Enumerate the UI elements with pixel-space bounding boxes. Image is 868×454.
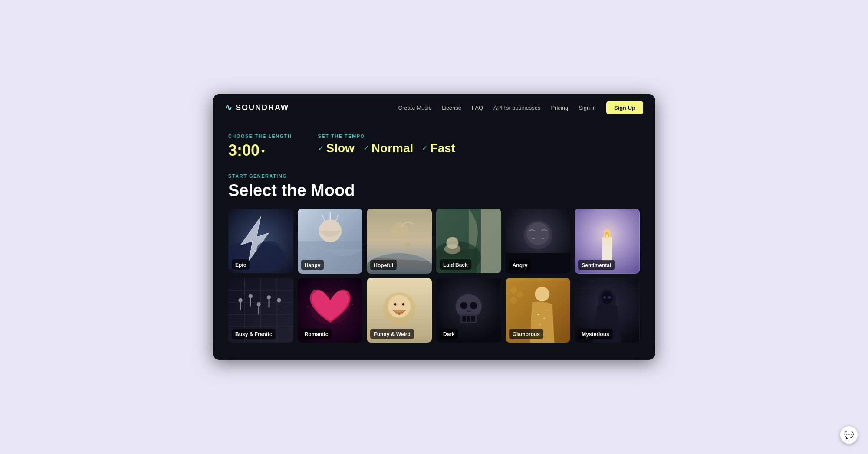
mood-funny-label: Funny & Weird — [374, 331, 410, 337]
chat-button[interactable]: 💬 — [840, 426, 858, 444]
svg-point-80 — [539, 324, 541, 325]
mood-card-laidback[interactable]: Laid Back — [436, 209, 501, 274]
svg-point-19 — [444, 244, 460, 254]
tempo-fast-label: Fast — [430, 141, 455, 155]
navbar: ∿ SOUNDRAW Create Music License FAQ API … — [213, 94, 655, 121]
app-container: ∿ SOUNDRAW Create Music License FAQ API … — [213, 94, 655, 360]
mood-busy-label: Busy & Frantic — [235, 331, 272, 337]
svg-point-45 — [249, 294, 253, 298]
svg-point-48 — [277, 298, 281, 302]
mood-sentimental-label-wrap: Sentimental — [578, 260, 615, 270]
mood-funny-label-wrap: Funny & Weird — [370, 329, 414, 339]
check-icon-slow: ✓ — [318, 144, 324, 152]
nav-faq[interactable]: FAQ — [472, 105, 483, 111]
svg-point-79 — [543, 317, 545, 319]
mood-card-romantic[interactable]: Romantic — [298, 278, 363, 343]
svg-point-44 — [238, 298, 242, 302]
main-content: CHOOSE THE LENGTH 3:00 ▾ SET THE TEMPO ✓… — [213, 121, 655, 351]
mood-mysterious-label: Mysterious — [582, 331, 609, 337]
mood-epic-label: Epic — [235, 262, 246, 268]
svg-point-34 — [596, 228, 598, 229]
length-control: CHOOSE THE LENGTH 3:00 ▾ — [228, 134, 292, 160]
mood-sentimental-label: Sentimental — [582, 262, 611, 268]
logo-text: SOUNDRAW — [236, 103, 289, 112]
controls-row: CHOOSE THE LENGTH 3:00 ▾ SET THE TEMPO ✓… — [228, 134, 640, 160]
svg-point-58 — [307, 306, 308, 307]
svg-point-32 — [605, 222, 606, 223]
tempo-fast[interactable]: ✓ Fast — [422, 141, 455, 155]
mood-epic-label-wrap: Epic — [232, 259, 250, 270]
mood-card-dark[interactable]: Dark — [436, 278, 501, 343]
svg-point-70 — [460, 302, 467, 309]
svg-point-85 — [602, 291, 613, 304]
mood-glamorous-label-wrap: Glamorous — [509, 329, 543, 339]
svg-rect-74 — [471, 315, 475, 321]
mood-dark-label: Dark — [443, 331, 455, 337]
tempo-options: ✓ Slow ✓ Normal ✓ Fast — [318, 141, 455, 155]
tempo-normal[interactable]: ✓ Normal — [363, 141, 413, 155]
svg-point-59 — [352, 304, 353, 304]
svg-point-46 — [256, 302, 260, 306]
svg-point-57 — [346, 291, 347, 293]
mood-happy-label-wrap: Happy — [301, 260, 324, 270]
signup-button[interactable]: Sign Up — [606, 101, 643, 114]
svg-point-55 — [310, 292, 351, 324]
svg-rect-72 — [462, 315, 466, 321]
mood-card-happy[interactable]: Happy — [298, 209, 363, 274]
check-icon-normal: ✓ — [363, 144, 369, 152]
nav-signin[interactable]: Sign in — [579, 105, 596, 111]
nav-api[interactable]: API for businesses — [493, 105, 540, 111]
mood-title: Select the Mood — [228, 181, 640, 200]
svg-rect-15 — [481, 209, 501, 274]
mood-card-funny[interactable]: Funny & Weird — [367, 278, 432, 343]
mood-busy-label-wrap: Busy & Frantic — [232, 329, 276, 339]
svg-point-33 — [615, 230, 616, 231]
chevron-down-icon: ▾ — [261, 147, 265, 155]
tempo-slow[interactable]: ✓ Slow — [318, 141, 355, 155]
logo-wave-icon: ∿ — [225, 102, 233, 113]
length-display[interactable]: 3:00 ▾ — [228, 141, 292, 160]
mood-laidback-label: Laid Back — [443, 262, 468, 268]
mood-hopeful-label-wrap: Hopeful — [370, 260, 397, 270]
check-icon-fast: ✓ — [422, 144, 427, 152]
svg-point-77 — [535, 287, 549, 301]
svg-point-81 — [546, 310, 547, 311]
mood-hopeful-label: Hopeful — [374, 262, 393, 268]
mood-mysterious-label-wrap: Mysterious — [578, 329, 612, 339]
nav-license[interactable]: License — [442, 105, 461, 111]
nav-links: Create Music License FAQ API for busines… — [398, 101, 643, 114]
svg-point-78 — [537, 314, 539, 315]
svg-point-35 — [619, 224, 620, 225]
mood-happy-label: Happy — [305, 262, 321, 268]
mood-card-epic[interactable]: Epic — [228, 209, 293, 274]
svg-point-82 — [535, 320, 536, 321]
mood-romantic-label-wrap: Romantic — [301, 329, 332, 339]
tempo-control: SET THE TEMPO ✓ Slow ✓ Normal ✓ Fast — [318, 134, 455, 155]
mood-card-sentimental[interactable]: Sentimental — [575, 209, 640, 274]
svg-point-22 — [526, 222, 549, 245]
svg-point-66 — [402, 303, 405, 305]
nav-create-music[interactable]: Create Music — [398, 105, 432, 111]
mood-dark-label-wrap: Dark — [440, 329, 458, 339]
mood-angry-label-wrap: Angry — [509, 260, 531, 270]
mood-laidback-label-wrap: Laid Back — [440, 259, 471, 270]
svg-point-13 — [404, 242, 411, 248]
mood-glamorous-label: Glamorous — [513, 331, 540, 337]
mood-grid: Epic — [228, 209, 640, 343]
svg-point-30 — [595, 222, 619, 246]
svg-point-31 — [611, 226, 612, 228]
svg-rect-73 — [467, 315, 470, 321]
svg-point-4 — [256, 241, 281, 257]
start-label: START GENERATING — [228, 173, 640, 179]
tempo-normal-label: Normal — [372, 141, 413, 155]
mood-card-mysterious[interactable]: Mysterious — [575, 278, 640, 343]
mood-romantic-label: Romantic — [305, 331, 329, 337]
mood-card-hopeful[interactable]: Hopeful — [367, 209, 432, 274]
mood-card-glamorous[interactable]: Glamorous — [506, 278, 571, 343]
svg-point-65 — [394, 303, 397, 305]
nav-pricing[interactable]: Pricing — [551, 105, 568, 111]
mood-card-angry[interactable]: Angry — [506, 209, 571, 274]
tempo-label: SET THE TEMPO — [318, 134, 455, 139]
tempo-slow-label: Slow — [326, 141, 355, 155]
mood-card-busy[interactable]: Busy & Frantic — [228, 278, 293, 343]
